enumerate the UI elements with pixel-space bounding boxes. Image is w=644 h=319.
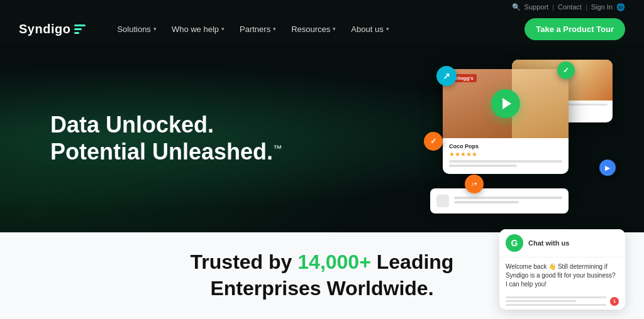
chat-widget[interactable]: G Chat with us Welcome back 👋 Still dete… xyxy=(499,229,625,310)
product-card-bottom xyxy=(430,188,569,214)
pipe-divider2: | xyxy=(586,3,587,11)
nav-top-strip: 🔍 Support | Contact | Sign In 🌐 xyxy=(0,0,644,14)
logo-icon xyxy=(74,24,86,34)
hero-title: Data Unlocked. Potential Unleashed.™ xyxy=(50,111,644,165)
chat-header: G Chat with us xyxy=(499,229,625,257)
hero-content: Data Unlocked. Potential Unleashed.™ xyxy=(0,111,644,165)
chat-notification-badge: 1 xyxy=(610,297,619,306)
logo[interactable]: Syndigo xyxy=(19,22,86,36)
product-tour-button[interactable]: Take a Product Tour xyxy=(525,18,625,40)
add-badge: ♪+ xyxy=(465,175,484,193)
nav-item-resources[interactable]: Resources ▾ xyxy=(285,21,342,38)
chat-line2 xyxy=(506,304,606,306)
checkmark-badge: ✓ xyxy=(557,62,575,79)
bottom-card-icon xyxy=(436,195,449,207)
chat-input-lines xyxy=(506,296,606,306)
nav-item-whowehelpk[interactable]: Who we help ▾ xyxy=(165,21,231,38)
chevron-down-icon: ▾ xyxy=(273,26,276,32)
chat-body: Welcome back 👋 Still determining if Synd… xyxy=(499,257,625,294)
trusted-text: Trusted by 14,000+ Leading Enterprises W… xyxy=(191,249,454,301)
nav-links: Solutions ▾ Who we help ▾ Partners ▾ Res… xyxy=(111,21,525,38)
logo-text: Syndigo xyxy=(19,22,70,36)
chevron-down-icon: ▾ xyxy=(386,26,389,32)
chat-title: Chat with us xyxy=(528,239,569,247)
chevron-down-icon: ▾ xyxy=(221,26,225,32)
chevron-down-icon: ▾ xyxy=(333,26,336,32)
chat-line-short xyxy=(506,300,576,302)
globe-icon: 🌐 xyxy=(616,3,625,11)
nav-item-partners[interactable]: Partners ▾ xyxy=(233,21,282,38)
search-icon[interactable]: 🔍 xyxy=(512,3,521,11)
hero-section: Data Unlocked. Potential Unleashed.™ Kel… xyxy=(0,44,644,232)
bottom-card-lines xyxy=(454,197,562,205)
contact-link[interactable]: Contact xyxy=(558,3,582,11)
chevron-down-icon: ▾ xyxy=(153,26,157,32)
chat-avatar: G xyxy=(506,234,523,252)
nav-item-aboutus[interactable]: About us ▾ xyxy=(345,21,395,38)
bottom-line xyxy=(454,197,562,199)
nav-bottom: Syndigo Solutions ▾ Who we help ▾ Partne… xyxy=(0,14,644,44)
signin-link[interactable]: Sign In xyxy=(591,3,613,11)
share-badge: ↗ xyxy=(436,66,457,86)
play-button[interactable] xyxy=(491,89,520,118)
bottom-line-short xyxy=(454,201,519,203)
lower-section: Trusted by 14,000+ Leading Enterprises W… xyxy=(0,232,644,319)
nav-item-solutions[interactable]: Solutions ▾ xyxy=(111,21,162,38)
chat-footer: 1 xyxy=(499,294,625,310)
support-link[interactable]: Support xyxy=(525,3,549,11)
pipe-divider: | xyxy=(552,3,554,11)
navbar: 🔍 Support | Contact | Sign In 🌐 Syndigo … xyxy=(0,0,644,44)
chat-line xyxy=(506,296,606,298)
